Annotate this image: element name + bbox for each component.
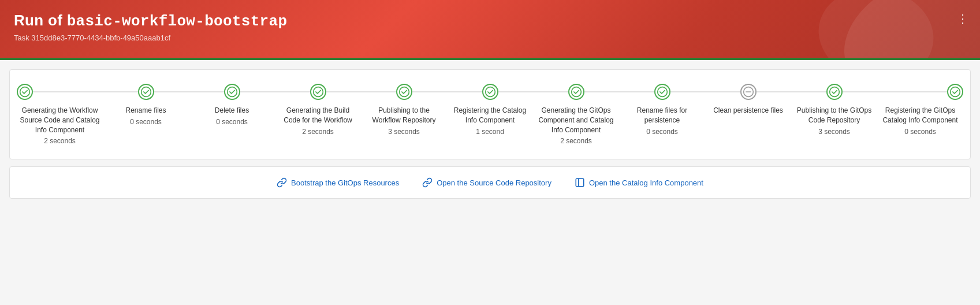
- step-4: Generating the Build Code for the Workfl…: [275, 84, 361, 136]
- svg-point-1: [141, 87, 151, 97]
- workflow-name: basic-workflow-bootstrap: [67, 13, 288, 30]
- link-label-1: Bootstrap the GitOps Resources: [291, 178, 399, 187]
- svg-point-4: [399, 87, 409, 97]
- step-label-10: Publishing to the GitOps Code Repository: [791, 106, 877, 125]
- step-8: Rename files for persistence0 seconds: [619, 84, 705, 136]
- step-duration-3: 0 seconds: [216, 118, 248, 126]
- steps-card: Generating the Workflow Source Code and …: [9, 69, 971, 159]
- step-duration-8: 0 seconds: [646, 128, 678, 136]
- step-label-9: Clean persistence files: [711, 106, 785, 116]
- svg-point-10: [829, 87, 839, 97]
- svg-point-2: [227, 87, 237, 97]
- step-duration-5: 3 seconds: [388, 128, 420, 136]
- svg-point-3: [313, 87, 323, 97]
- svg-rect-12: [576, 179, 584, 187]
- progress-border: [0, 58, 980, 60]
- step-duration-4: 2 seconds: [302, 128, 334, 136]
- step-label-1: Generating the Workflow Source Code and …: [17, 106, 103, 135]
- step-label-8: Rename files for persistence: [619, 106, 705, 125]
- step-icon-6: [482, 84, 498, 100]
- step-label-7: Generating the GitOps Component and Cata…: [533, 106, 619, 135]
- step-2: Rename files0 seconds: [103, 84, 189, 126]
- links-card: Bootstrap the GitOps Resources Open the …: [9, 166, 971, 199]
- step-label-5: Publishing to the Workflow Repository: [361, 106, 447, 125]
- step-icon-5: [396, 84, 412, 100]
- step-icon-10: [826, 84, 843, 100]
- link-1[interactable]: Bootstrap the GitOps Resources: [277, 177, 399, 188]
- step-6: Registering the Catalog Info Component1 …: [447, 84, 533, 136]
- step-duration-7: 2 seconds: [560, 137, 592, 145]
- step-duration-11: 0 seconds: [904, 128, 936, 136]
- step-11: Registering the GitOps Catalog Info Comp…: [877, 84, 963, 136]
- step-5: Publishing to the Workflow Repository3 s…: [361, 84, 447, 136]
- step-3: Delete files0 seconds: [189, 84, 275, 126]
- step-duration-1: 2 seconds: [44, 137, 76, 145]
- page-header: ⋮ Run of basic-workflow-bootstrap Task 3…: [0, 0, 980, 58]
- step-label-11: Registering the GitOps Catalog Info Comp…: [877, 106, 963, 125]
- steps-container: Generating the Workflow Source Code and …: [17, 84, 963, 145]
- step-9: Clean persistence files: [705, 84, 791, 116]
- step-icon-11: [947, 84, 963, 100]
- page-title: Run of basic-workflow-bootstrap: [14, 12, 966, 30]
- svg-point-7: [657, 87, 667, 97]
- svg-point-0: [20, 87, 30, 97]
- step-label-6: Registering the Catalog Info Component: [447, 106, 533, 125]
- task-id: Task 315dd8e3-7770-4434-bbfb-49a50aaab1c…: [14, 34, 966, 42]
- step-label-2: Rename files: [123, 106, 168, 116]
- svg-point-11: [951, 87, 960, 97]
- step-icon-2: [138, 84, 154, 100]
- step-label-4: Generating the Build Code for the Workfl…: [275, 106, 361, 125]
- step-icon-7: [568, 84, 584, 100]
- step-duration-2: 0 seconds: [130, 118, 162, 126]
- step-10: Publishing to the GitOps Code Repository…: [791, 84, 877, 136]
- step-duration-10: 3 seconds: [818, 128, 850, 136]
- step-label-3: Delete files: [213, 106, 251, 116]
- step-icon-9: [740, 84, 757, 100]
- step-1: Generating the Workflow Source Code and …: [17, 84, 103, 145]
- step-duration-6: 1 second: [476, 128, 504, 136]
- svg-point-6: [571, 87, 581, 97]
- link-3[interactable]: Open the Catalog Info Component: [575, 177, 703, 188]
- step-icon-1: [17, 84, 33, 100]
- link-icon-3: [575, 177, 585, 188]
- link-icon-2: [422, 177, 433, 188]
- step-icon-3: [224, 84, 240, 100]
- svg-point-5: [485, 87, 495, 97]
- link-label-3: Open the Catalog Info Component: [589, 178, 703, 187]
- link-label-2: Open the Source Code Repository: [437, 178, 552, 187]
- step-7: Generating the GitOps Component and Cata…: [533, 84, 619, 145]
- link-icon-1: [277, 177, 287, 188]
- step-icon-8: [654, 84, 670, 100]
- link-2[interactable]: Open the Source Code Repository: [422, 177, 552, 188]
- step-icon-4: [310, 84, 326, 100]
